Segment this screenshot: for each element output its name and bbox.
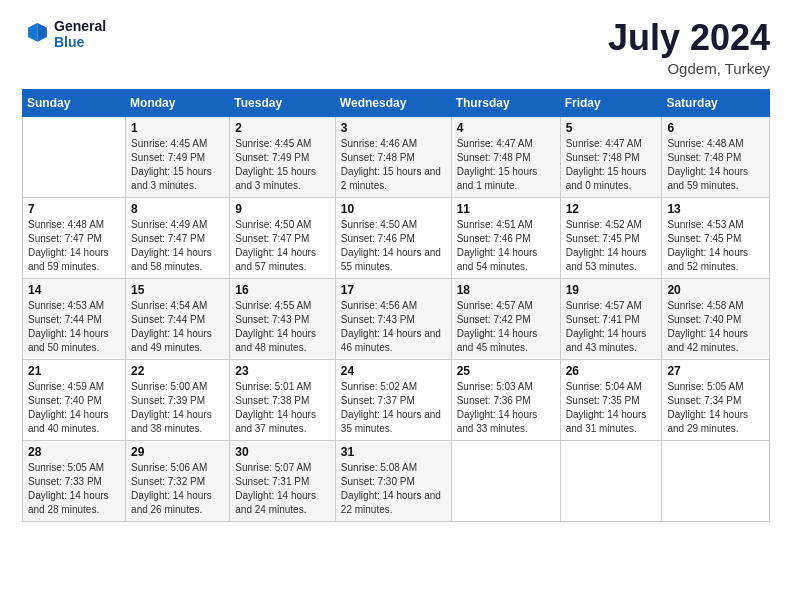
calendar-cell: 31Sunrise: 5:08 AMSunset: 7:30 PMDayligh…	[335, 440, 451, 521]
day-number: 4	[457, 121, 555, 135]
weekday-header-tuesday: Tuesday	[230, 89, 336, 116]
day-info: Sunrise: 5:05 AMSunset: 7:33 PMDaylight:…	[28, 461, 120, 517]
day-number: 27	[667, 364, 764, 378]
calendar-cell: 14Sunrise: 4:53 AMSunset: 7:44 PMDayligh…	[23, 278, 126, 359]
calendar-cell	[23, 116, 126, 197]
day-number: 18	[457, 283, 555, 297]
day-info: Sunrise: 4:56 AMSunset: 7:43 PMDaylight:…	[341, 299, 446, 355]
day-number: 5	[566, 121, 657, 135]
day-info: Sunrise: 4:52 AMSunset: 7:45 PMDaylight:…	[566, 218, 657, 274]
day-info: Sunrise: 5:00 AMSunset: 7:39 PMDaylight:…	[131, 380, 224, 436]
day-number: 10	[341, 202, 446, 216]
day-info: Sunrise: 5:04 AMSunset: 7:35 PMDaylight:…	[566, 380, 657, 436]
day-number: 6	[667, 121, 764, 135]
day-info: Sunrise: 4:51 AMSunset: 7:46 PMDaylight:…	[457, 218, 555, 274]
day-number: 16	[235, 283, 330, 297]
calendar-cell: 26Sunrise: 5:04 AMSunset: 7:35 PMDayligh…	[560, 359, 662, 440]
calendar-cell: 15Sunrise: 4:54 AMSunset: 7:44 PMDayligh…	[126, 278, 230, 359]
day-info: Sunrise: 4:45 AMSunset: 7:49 PMDaylight:…	[235, 137, 330, 193]
day-number: 8	[131, 202, 224, 216]
weekday-header-thursday: Thursday	[451, 89, 560, 116]
day-number: 21	[28, 364, 120, 378]
day-number: 3	[341, 121, 446, 135]
day-info: Sunrise: 4:49 AMSunset: 7:47 PMDaylight:…	[131, 218, 224, 274]
day-number: 31	[341, 445, 446, 459]
day-number: 14	[28, 283, 120, 297]
calendar-cell: 20Sunrise: 4:58 AMSunset: 7:40 PMDayligh…	[662, 278, 770, 359]
calendar-cell: 29Sunrise: 5:06 AMSunset: 7:32 PMDayligh…	[126, 440, 230, 521]
day-number: 2	[235, 121, 330, 135]
calendar-cell: 11Sunrise: 4:51 AMSunset: 7:46 PMDayligh…	[451, 197, 560, 278]
logo-text: General Blue	[54, 18, 106, 50]
calendar-cell: 1Sunrise: 4:45 AMSunset: 7:49 PMDaylight…	[126, 116, 230, 197]
logo: General Blue	[22, 18, 106, 50]
day-number: 30	[235, 445, 330, 459]
day-info: Sunrise: 4:58 AMSunset: 7:40 PMDaylight:…	[667, 299, 764, 355]
calendar-cell: 24Sunrise: 5:02 AMSunset: 7:37 PMDayligh…	[335, 359, 451, 440]
calendar-cell: 10Sunrise: 4:50 AMSunset: 7:46 PMDayligh…	[335, 197, 451, 278]
calendar-cell: 21Sunrise: 4:59 AMSunset: 7:40 PMDayligh…	[23, 359, 126, 440]
day-number: 7	[28, 202, 120, 216]
day-number: 20	[667, 283, 764, 297]
calendar-cell: 7Sunrise: 4:48 AMSunset: 7:47 PMDaylight…	[23, 197, 126, 278]
weekday-header-row: SundayMondayTuesdayWednesdayThursdayFrid…	[23, 89, 770, 116]
calendar-cell: 16Sunrise: 4:55 AMSunset: 7:43 PMDayligh…	[230, 278, 336, 359]
calendar-cell: 2Sunrise: 4:45 AMSunset: 7:49 PMDaylight…	[230, 116, 336, 197]
calendar-cell: 17Sunrise: 4:56 AMSunset: 7:43 PMDayligh…	[335, 278, 451, 359]
logo-icon	[22, 20, 50, 48]
day-info: Sunrise: 5:02 AMSunset: 7:37 PMDaylight:…	[341, 380, 446, 436]
weekday-header-wednesday: Wednesday	[335, 89, 451, 116]
day-info: Sunrise: 5:05 AMSunset: 7:34 PMDaylight:…	[667, 380, 764, 436]
calendar-cell: 13Sunrise: 4:53 AMSunset: 7:45 PMDayligh…	[662, 197, 770, 278]
day-info: Sunrise: 4:50 AMSunset: 7:46 PMDaylight:…	[341, 218, 446, 274]
day-info: Sunrise: 5:01 AMSunset: 7:38 PMDaylight:…	[235, 380, 330, 436]
day-info: Sunrise: 5:07 AMSunset: 7:31 PMDaylight:…	[235, 461, 330, 517]
day-info: Sunrise: 4:57 AMSunset: 7:42 PMDaylight:…	[457, 299, 555, 355]
day-number: 22	[131, 364, 224, 378]
day-number: 23	[235, 364, 330, 378]
week-row-2: 7Sunrise: 4:48 AMSunset: 7:47 PMDaylight…	[23, 197, 770, 278]
day-info: Sunrise: 4:46 AMSunset: 7:48 PMDaylight:…	[341, 137, 446, 193]
day-info: Sunrise: 5:03 AMSunset: 7:36 PMDaylight:…	[457, 380, 555, 436]
calendar-cell: 27Sunrise: 5:05 AMSunset: 7:34 PMDayligh…	[662, 359, 770, 440]
location-subtitle: Ogdem, Turkey	[608, 60, 770, 77]
day-info: Sunrise: 4:53 AMSunset: 7:44 PMDaylight:…	[28, 299, 120, 355]
calendar-cell: 25Sunrise: 5:03 AMSunset: 7:36 PMDayligh…	[451, 359, 560, 440]
calendar-cell: 6Sunrise: 4:48 AMSunset: 7:48 PMDaylight…	[662, 116, 770, 197]
week-row-5: 28Sunrise: 5:05 AMSunset: 7:33 PMDayligh…	[23, 440, 770, 521]
calendar-cell: 19Sunrise: 4:57 AMSunset: 7:41 PMDayligh…	[560, 278, 662, 359]
calendar-cell: 23Sunrise: 5:01 AMSunset: 7:38 PMDayligh…	[230, 359, 336, 440]
day-number: 12	[566, 202, 657, 216]
calendar-cell: 3Sunrise: 4:46 AMSunset: 7:48 PMDaylight…	[335, 116, 451, 197]
day-number: 11	[457, 202, 555, 216]
calendar-cell: 22Sunrise: 5:00 AMSunset: 7:39 PMDayligh…	[126, 359, 230, 440]
day-info: Sunrise: 4:54 AMSunset: 7:44 PMDaylight:…	[131, 299, 224, 355]
day-info: Sunrise: 4:48 AMSunset: 7:47 PMDaylight:…	[28, 218, 120, 274]
weekday-header-friday: Friday	[560, 89, 662, 116]
calendar-cell: 18Sunrise: 4:57 AMSunset: 7:42 PMDayligh…	[451, 278, 560, 359]
day-info: Sunrise: 4:47 AMSunset: 7:48 PMDaylight:…	[566, 137, 657, 193]
calendar-cell	[560, 440, 662, 521]
day-number: 24	[341, 364, 446, 378]
calendar-table: SundayMondayTuesdayWednesdayThursdayFrid…	[22, 89, 770, 522]
day-number: 17	[341, 283, 446, 297]
day-info: Sunrise: 4:53 AMSunset: 7:45 PMDaylight:…	[667, 218, 764, 274]
day-info: Sunrise: 4:55 AMSunset: 7:43 PMDaylight:…	[235, 299, 330, 355]
day-info: Sunrise: 4:57 AMSunset: 7:41 PMDaylight:…	[566, 299, 657, 355]
day-info: Sunrise: 5:08 AMSunset: 7:30 PMDaylight:…	[341, 461, 446, 517]
calendar-cell	[662, 440, 770, 521]
calendar-cell: 8Sunrise: 4:49 AMSunset: 7:47 PMDaylight…	[126, 197, 230, 278]
day-info: Sunrise: 4:47 AMSunset: 7:48 PMDaylight:…	[457, 137, 555, 193]
day-number: 19	[566, 283, 657, 297]
day-number: 26	[566, 364, 657, 378]
day-info: Sunrise: 5:06 AMSunset: 7:32 PMDaylight:…	[131, 461, 224, 517]
week-row-4: 21Sunrise: 4:59 AMSunset: 7:40 PMDayligh…	[23, 359, 770, 440]
day-number: 28	[28, 445, 120, 459]
week-row-3: 14Sunrise: 4:53 AMSunset: 7:44 PMDayligh…	[23, 278, 770, 359]
page-header: General Blue July 2024 Ogdem, Turkey	[22, 18, 770, 77]
calendar-cell: 9Sunrise: 4:50 AMSunset: 7:47 PMDaylight…	[230, 197, 336, 278]
day-number: 1	[131, 121, 224, 135]
day-number: 29	[131, 445, 224, 459]
day-number: 13	[667, 202, 764, 216]
day-number: 9	[235, 202, 330, 216]
